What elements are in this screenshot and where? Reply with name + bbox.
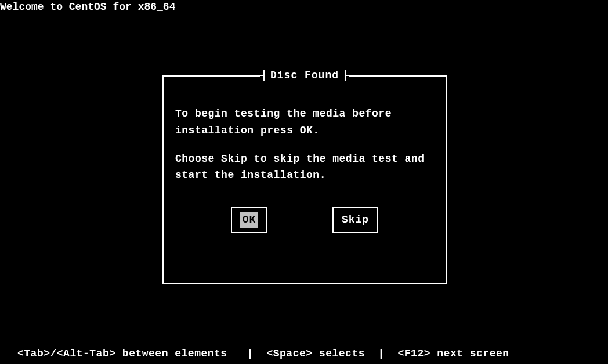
ok-button-label: OK [240,212,259,228]
ok-button[interactable]: OK [231,207,268,233]
dialog-body: To begin testing the media before instal… [175,105,434,233]
header-title: Welcome to CentOS for x86_64 [0,1,175,13]
disc-found-dialog: Disc Found To begin testing the media be… [162,75,447,284]
title-tick-left-icon [263,70,265,81]
dialog-title-wrap: Disc Found [260,70,349,81]
dialog-paragraph-2: Choose Skip to skip the media test and s… [175,151,434,184]
dialog-paragraph-1: To begin testing the media before instal… [175,105,434,139]
dialog-border: Disc Found To begin testing the media be… [162,75,447,284]
button-row: OK Skip [175,207,434,233]
footer-hint: <Tab>/<Alt-Tab> between elements | <Spac… [17,348,509,359]
dialog-title: Disc Found [270,70,339,81]
skip-button-label: Skip [342,214,369,225]
skip-button[interactable]: Skip [332,207,378,233]
title-tick-right-icon [345,70,346,81]
